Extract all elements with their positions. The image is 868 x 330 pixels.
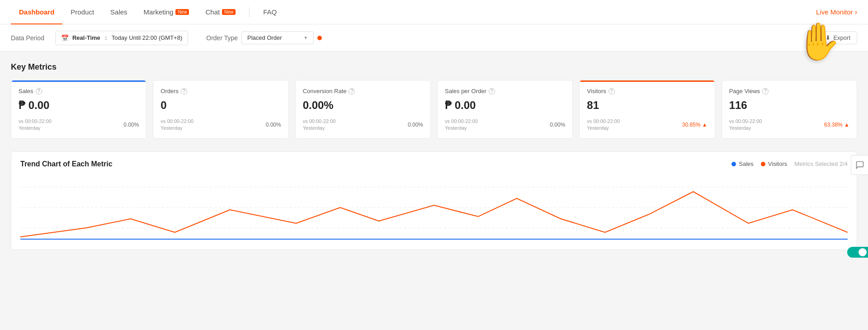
legend-label-visitors-legend: Visitors xyxy=(768,160,787,167)
metric-change-conversion-rate: 0.00% xyxy=(408,122,423,128)
metric-info-icon-conversion-rate[interactable]: ? xyxy=(349,88,355,94)
legend-label-sales-legend: Sales xyxy=(739,160,754,167)
metric-info-icon-sales[interactable]: ? xyxy=(36,88,42,94)
metric-name-visitors: Visitors xyxy=(587,88,606,94)
metric-change-visitors: 30.65% ▲ xyxy=(682,122,708,128)
metric-card-sales[interactable]: Sales ? ₱ 0.00 vs 00:00-22:00 Yesterday … xyxy=(11,80,146,139)
metric-header-sales-per-order: Sales per Order ? xyxy=(445,88,565,94)
nav-tab-dashboard[interactable]: Dashboard xyxy=(11,0,62,24)
metric-vs-page-views: vs 00:00-22:00 Yesterday xyxy=(729,118,762,132)
trend-header: Trend Chart of Each Metric Sales Visitor… xyxy=(20,160,848,168)
metric-header-page-views: Page Views ? xyxy=(729,88,849,94)
legend-item-sales-legend[interactable]: Sales xyxy=(731,160,754,167)
chat-icon xyxy=(855,160,864,170)
legend-dot-sales-legend xyxy=(731,162,736,166)
export-button[interactable]: ⬇ Export xyxy=(819,31,857,44)
order-type-selector: Order Type Placed Order ▼ xyxy=(206,31,322,44)
nav-bar: Dashboard Product Sales Marketing New Ch… xyxy=(0,0,868,24)
metric-value-visitors: 81 xyxy=(587,99,707,112)
metric-vs-visitors: vs 00:00-22:00 Yesterday xyxy=(587,118,620,132)
metric-value-orders: 0 xyxy=(160,99,281,112)
period-value: Today Until 22:00 (GMT+8) xyxy=(112,34,182,41)
metric-vs-conversion-rate: vs 00:00-22:00 Yesterday xyxy=(303,118,336,132)
metric-card-sales-per-order[interactable]: Sales per Order ? ₱ 0.00 vs 00:00-22:00 … xyxy=(437,80,573,139)
metric-vs-sales: vs 00:00-22:00 Yesterday xyxy=(19,118,52,132)
order-type-label: Order Type xyxy=(206,34,238,42)
metric-footer-page-views: vs 00:00-22:00 Yesterday 63.38% ▲ xyxy=(729,118,849,132)
legend-dot-visitors-legend xyxy=(761,162,765,166)
chart-container xyxy=(20,174,848,241)
period-colon: ： xyxy=(103,34,109,42)
metric-footer-sales: vs 00:00-22:00 Yesterday 0.00% xyxy=(19,118,139,132)
metric-card-orders[interactable]: Orders ? 0 vs 00:00-22:00 Yesterday 0.00… xyxy=(153,80,288,139)
nav-tab-product[interactable]: Product xyxy=(62,0,102,24)
chat-sidebar-button[interactable] xyxy=(851,155,868,175)
trend-chart-svg xyxy=(20,174,848,241)
metric-header-sales: Sales ? xyxy=(19,88,139,94)
live-monitor-arrow-icon: › xyxy=(855,8,857,16)
up-arrow-icon: ▲ xyxy=(700,122,707,128)
filter-bar: Data Period 📅 Real-Time ： Today Until 22… xyxy=(0,24,868,52)
metric-change-sales: 0.00% xyxy=(123,122,139,128)
nav-tab-marketing[interactable]: Marketing New xyxy=(136,0,198,24)
marketing-badge: New xyxy=(175,9,189,15)
metric-info-icon-visitors[interactable]: ? xyxy=(609,88,615,94)
metric-name-orders: Orders xyxy=(160,88,179,94)
live-monitor-link[interactable]: Live Monitor › xyxy=(816,8,857,16)
nav-tab-faq[interactable]: FAQ xyxy=(255,0,285,24)
metric-header-visitors: Visitors ? xyxy=(587,88,707,94)
metric-name-sales: Sales xyxy=(19,88,33,94)
metric-header-orders: Orders ? xyxy=(160,88,281,94)
metric-footer-visitors: vs 00:00-22:00 Yesterday 30.65% ▲ xyxy=(587,118,707,132)
metric-card-page-views[interactable]: Page Views ? 116 vs 00:00-22:00 Yesterda… xyxy=(722,80,857,139)
trend-legend: Sales Visitors xyxy=(731,160,787,167)
metric-change-page-views: 63.38% ▲ xyxy=(824,122,849,128)
nav-divider xyxy=(249,7,250,17)
metric-value-page-views: 116 xyxy=(729,99,849,112)
metric-header-conversion-rate: Conversion Rate ? xyxy=(303,88,423,94)
metric-vs-orders: vs 00:00-22:00 Yesterday xyxy=(160,118,193,132)
trend-section: Trend Chart of Each Metric Sales Visitor… xyxy=(11,151,857,250)
order-type-dropdown[interactable]: Placed Order ▼ xyxy=(241,31,314,44)
metric-info-icon-sales-per-order[interactable]: ? xyxy=(489,88,495,94)
trend-title: Trend Chart of Each Metric xyxy=(20,160,113,168)
real-time-indicator xyxy=(317,36,322,40)
chat-badge: New xyxy=(222,9,236,15)
metric-name-sales-per-order: Sales per Order xyxy=(445,88,486,94)
data-period-selector[interactable]: 📅 Real-Time ： Today Until 22:00 (GMT+8) xyxy=(55,31,188,45)
metrics-selected: Metrics Selected 2/4 xyxy=(794,160,848,167)
metric-footer-orders: vs 00:00-22:00 Yesterday 0.00% xyxy=(160,118,281,132)
calendar-icon: 📅 xyxy=(61,34,69,42)
main-content: Key Metrics Sales ? ₱ 0.00 vs 00:00-22:0… xyxy=(0,52,868,261)
metric-vs-sales-per-order: vs 00:00-22:00 Yesterday xyxy=(445,118,478,132)
order-type-value: Placed Order xyxy=(247,34,282,41)
download-icon: ⬇ xyxy=(826,34,830,41)
nav-tab-sales[interactable]: Sales xyxy=(102,0,136,24)
nav-tabs: Dashboard Product Sales Marketing New Ch… xyxy=(11,0,285,24)
metric-footer-conversion-rate: vs 00:00-22:00 Yesterday 0.00% xyxy=(303,118,423,132)
legend-item-visitors-legend[interactable]: Visitors xyxy=(761,160,787,167)
up-arrow-icon: ▲ xyxy=(843,122,849,128)
metric-change-orders: 0.00% xyxy=(266,122,281,128)
metric-change-sales-per-order: 0.00% xyxy=(550,122,565,128)
key-metrics-title: Key Metrics xyxy=(11,62,857,72)
metric-name-page-views: Page Views xyxy=(729,88,760,94)
metric-value-sales-per-order: ₱ 0.00 xyxy=(445,99,565,112)
dropdown-arrow-icon: ▼ xyxy=(303,35,308,40)
metric-card-visitors[interactable]: Visitors ? 81 vs 00:00-22:00 Yesterday 3… xyxy=(579,80,715,139)
toggle-circle xyxy=(859,248,867,256)
metric-name-conversion-rate: Conversion Rate xyxy=(303,88,347,94)
toggle-switch[interactable] xyxy=(847,247,868,258)
metric-value-sales: ₱ 0.00 xyxy=(19,99,139,112)
metric-card-conversion-rate[interactable]: Conversion Rate ? 0.00% vs 00:00-22:00 Y… xyxy=(295,80,431,139)
period-type: Real-Time xyxy=(72,34,100,41)
metric-info-icon-page-views[interactable]: ? xyxy=(762,88,769,94)
nav-tab-chat[interactable]: Chat New xyxy=(197,0,244,24)
metrics-grid: Sales ? ₱ 0.00 vs 00:00-22:00 Yesterday … xyxy=(11,80,857,139)
data-period-label: Data Period xyxy=(11,34,44,42)
nav-right: Live Monitor › xyxy=(816,8,857,16)
metric-footer-sales-per-order: vs 00:00-22:00 Yesterday 0.00% xyxy=(445,118,565,132)
metric-info-icon-orders[interactable]: ? xyxy=(181,88,187,94)
metric-value-conversion-rate: 0.00% xyxy=(303,99,423,112)
